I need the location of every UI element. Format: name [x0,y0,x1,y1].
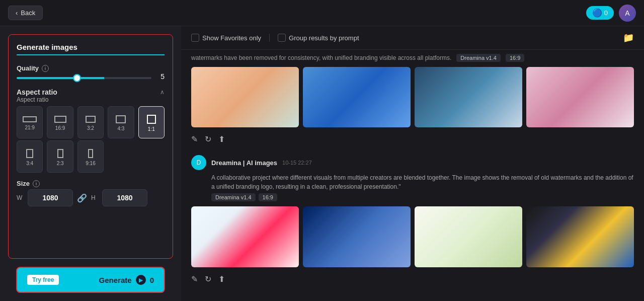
image-item[interactable] [191,206,299,267]
aspect-grid-row2: 3:4 2:3 9:16 [17,140,165,173]
aspect-icon-21-9 [23,116,37,122]
width-label: W [17,194,24,201]
avatar-initial: A [625,9,629,17]
left-panel: Generate images Quality i 5 Aspect ratio [0,26,181,301]
topbar: ‹ Back 🔵 0 A [0,0,644,26]
quality-info-icon[interactable]: i [42,65,49,72]
height-input[interactable] [102,189,147,206]
aspect-icon-3-4 [26,149,33,158]
upload-icon-2[interactable]: ⬆ [218,274,225,284]
size-info-icon[interactable]: i [33,180,40,187]
try-free-badge: Try free [27,275,59,285]
edit-icon-2[interactable]: ✎ [191,274,198,284]
group-by-prompt-checkbox[interactable] [278,34,286,42]
back-label: Back [21,9,35,17]
size-section: Size i W 🔗 H [17,180,165,206]
folder-icon[interactable]: 📁 [623,32,634,43]
aspect-btn-2-3[interactable]: 2:3 [47,140,73,173]
message-header: D Dreamina | AI images 10-15 22:27 [191,155,634,170]
left-panel-inner: Generate images Quality i 5 Aspect ratio [8,34,173,259]
aspect-icon-1-1 [147,115,156,124]
toolbar-row-1: ✎ ↻ ⬆ [181,132,644,150]
message-avatar: D [191,155,206,170]
refresh-icon[interactable]: ↻ [205,134,211,144]
filters-bar: Show Favorites only Group results by pro… [181,26,644,50]
aspect-icon-9-16 [88,149,93,158]
first-desc-text: watermarks have been removed for consist… [191,54,451,61]
generate-button[interactable]: Try free Generate ▶ 0 [16,267,165,293]
right-panel: Show Favorites only Group results by pro… [181,26,644,301]
aspect-btn-3-2[interactable]: 3:2 [77,106,104,138]
back-button[interactable]: ‹ Back [8,6,43,20]
group-by-prompt-wrap: Group results by prompt [278,34,359,42]
show-favorites-wrap: Show Favorites only [191,34,261,42]
first-desc-row: watermarks have been removed for consist… [181,50,644,67]
show-favorites-checkbox[interactable] [191,34,199,42]
width-input[interactable] [28,189,73,206]
aspect-icon-3-2 [86,116,96,123]
aspect-btn-16-9[interactable]: 16:9 [47,106,73,138]
image-grid-2 [181,206,644,272]
credits-badge: 🔵 0 [586,6,614,20]
quality-slider-wrap [17,72,151,81]
aspect-ratio-label: Aspect ratio [17,88,57,96]
aspect-btn-1-1[interactable]: 1:1 [138,106,165,138]
aspect-sublabel: Aspect ratio [17,96,165,103]
aspect-btn-3-4[interactable]: 3:4 [17,140,43,173]
image-item[interactable] [303,206,411,267]
image-grid-1 [181,67,644,132]
message-name: Dreamina | AI images [211,159,277,167]
edit-icon[interactable]: ✎ [191,134,198,144]
aspect-ratio-header: Aspect ratio ∧ [17,88,165,96]
second-desc-text: A collaborative project where different … [191,173,634,191]
quality-value: 5 [156,72,165,81]
first-model-badge: Dreamina v1.4 [456,54,501,62]
second-section-message: D Dreamina | AI images 10-15 22:27 A col… [181,150,644,206]
size-row: W 🔗 H [17,189,165,206]
aspect-btn-21-9[interactable]: 21:9 [17,106,43,138]
group-by-prompt-label: Group results by prompt [289,34,359,42]
topbar-right: 🔵 0 A [586,5,636,22]
quality-slider[interactable] [17,77,151,79]
second-ratio-badge: 16:9 [259,193,277,201]
main-layout: Generate images Quality i 5 Aspect ratio [0,26,644,301]
generate-credits-icon: ▶ [136,275,146,285]
quality-section: Quality i 5 [17,64,165,81]
chevron-up-icon[interactable]: ∧ [160,89,165,96]
generate-label: Generate [99,276,132,284]
image-item[interactable] [415,67,522,127]
image-item[interactable] [415,206,522,267]
generate-center: Generate ▶ 0 [99,275,154,285]
aspect-icon-2-3 [57,149,63,158]
upload-icon[interactable]: ⬆ [218,134,225,144]
aspect-icon-16-9 [54,116,66,123]
second-model-badge: Dreamina v1.4 [211,193,256,201]
generate-credits-value: 0 [150,276,154,284]
show-favorites-label: Show Favorites only [202,34,261,42]
generate-wrap: Try free Generate ▶ 0 [8,259,173,293]
filter-divider [269,34,270,42]
avatar[interactable]: A [619,5,636,22]
height-label: H [91,194,98,201]
link-icon[interactable]: 🔗 [77,193,87,203]
aspect-icon-4-3 [116,115,126,123]
image-item[interactable] [526,67,634,127]
panel-title: Generate images [17,43,165,55]
size-label: Size i [17,180,165,187]
aspect-grid-row1: 21:9 16:9 3:2 4:3 [17,106,165,138]
quality-label: Quality i [17,64,165,72]
refresh-icon-2[interactable]: ↻ [205,274,211,284]
second-badges: Dreamina v1.4 16:9 [191,193,634,201]
image-item[interactable] [526,206,634,267]
aspect-btn-9-16[interactable]: 9:16 [77,140,104,173]
message-timestamp: 10-15 22:27 [282,160,312,166]
image-item[interactable] [191,67,299,127]
aspect-ratio-section: Aspect ratio ∧ Aspect ratio 21:9 16:9 [17,88,165,173]
aspect-btn-4-3[interactable]: 4:3 [108,106,134,138]
credits-icon: 🔵 [592,8,602,18]
image-item[interactable] [303,67,411,127]
credits-value: 0 [604,9,608,17]
toolbar-row-2: ✎ ↻ ⬆ [181,272,644,290]
first-ratio-badge: 16:9 [506,54,524,62]
quality-row: 5 [17,72,165,81]
